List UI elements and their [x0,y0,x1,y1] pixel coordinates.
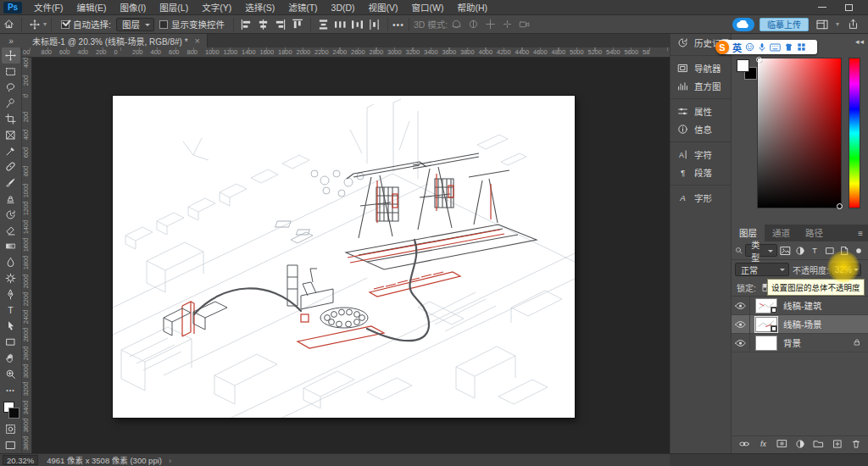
layer-row-selected[interactable]: 线稿-场景 [732,315,868,334]
filter-type-dropdown[interactable]: 类型 [745,244,777,257]
eyedropper-tool[interactable] [2,143,20,159]
color-field-marker[interactable] [756,57,762,63]
move-tool[interactable] [2,47,20,64]
menu-item[interactable]: 文字(Y) [195,0,238,15]
color-panel-swatches[interactable] [737,59,759,81]
opacity-field[interactable]: 32% [831,264,861,276]
hue-slider[interactable] [849,58,860,208]
filter-image-icon[interactable] [780,244,792,258]
menu-item[interactable]: 选择(S) [238,0,281,15]
distribute-center-icon[interactable] [332,17,349,32]
ime-mic-icon[interactable] [758,42,766,53]
tab-paths[interactable]: 路径 [798,224,831,241]
new-group-icon[interactable] [812,437,825,451]
more-options-icon[interactable]: ••• [392,19,404,30]
tab-channels[interactable]: 通道 [765,224,798,241]
document-tab[interactable]: 未标题-1 @ 20.3% (线稿-场景, RGB/8#) * × [22,34,208,47]
horizontal-ruler[interactable]: 0080060040020002004006008001000120014001… [22,47,670,58]
type-tool[interactable]: T [2,302,20,319]
dodge-tool[interactable] [2,270,20,286]
background-color-swatch[interactable] [8,408,19,419]
dock-item-navigator[interactable]: 导航器 [670,59,731,77]
shape-tool[interactable] [2,334,20,350]
close-tab-icon[interactable]: × [195,36,200,46]
quick-mask-icon[interactable] [2,421,20,437]
dock-item-info[interactable]: 信息 [670,120,731,138]
vertical-ruler[interactable]: 4002000200400600800100012001400160018002… [22,58,32,453]
menu-item[interactable]: 视图(V) [362,0,405,15]
zoom-tool[interactable] [2,366,20,382]
quick-select-tool[interactable] [2,95,20,111]
brush-tool[interactable] [2,175,20,191]
menu-item[interactable]: 帮助(H) [451,0,495,15]
foreground-color-swatch[interactable] [737,59,749,72]
link-layers-icon[interactable] [738,437,751,451]
edit-toolbar-icon[interactable]: ••• [2,382,20,398]
layer-thumbnail[interactable] [755,336,777,351]
adjustment-layer-icon[interactable] [794,437,807,451]
chevron-down-icon[interactable]: ▾ [43,20,47,28]
auto-select-dropdown[interactable]: 图层 [116,18,154,31]
dock-item-paragraph[interactable]: ¶ 段落 [670,164,731,181]
menu-item[interactable]: 图层(L) [153,0,195,15]
align-right-icon[interactable] [272,17,289,32]
filter-smart-object-icon[interactable] [838,244,850,258]
align-top-icon[interactable] [289,17,306,32]
marquee-tool[interactable] [2,64,20,80]
move-tool-preset-icon[interactable] [26,17,43,32]
menu-item[interactable]: 3D(D) [325,0,362,15]
align-center-h-icon[interactable] [255,17,272,32]
crop-tool[interactable] [2,111,20,127]
gradient-tool[interactable] [2,239,20,255]
visibility-eye-icon[interactable] [732,315,750,334]
status-chevron-icon[interactable]: › [169,456,171,465]
healing-brush-tool[interactable] [2,159,20,175]
eraser-tool[interactable] [2,223,20,239]
filter-toggle-icon[interactable] [853,244,865,258]
saturation-brightness-field[interactable] [757,58,842,208]
pen-tool[interactable] [2,286,20,302]
ime-skin-icon[interactable] [784,42,793,52]
screen-mode-icon[interactable] [2,437,20,453]
distribute-spacing-icon[interactable] [366,17,383,32]
menu-item[interactable]: 滤镜(T) [281,0,324,15]
menu-item[interactable]: 编辑(E) [70,0,113,15]
layer-style-icon[interactable]: fx [757,437,770,451]
color-swatches[interactable] [3,402,19,420]
add-mask-icon[interactable] [776,437,788,451]
blend-mode-dropdown[interactable]: 正常 [735,263,789,276]
layer-row[interactable]: 背景 [732,334,868,352]
clone-stamp-tool[interactable] [2,191,20,207]
filter-shape-icon[interactable] [823,244,835,258]
dock-item-glyphs[interactable]: A 字形 [670,189,731,207]
menu-item[interactable]: 图像(I) [113,0,153,15]
minimize-icon[interactable] [818,7,826,8]
ime-mode-toggle[interactable]: 英 [732,41,742,54]
frame-tool[interactable] [2,127,20,143]
lasso-tool[interactable] [2,80,20,96]
workspace-icon[interactable] [814,17,831,32]
visibility-eye-icon[interactable] [732,297,750,315]
layer-thumbnail[interactable] [755,317,777,332]
collapse-panels-icon[interactable]: ◂◂ [855,37,865,46]
upload-button[interactable]: 临摹上传 [760,18,809,31]
home-icon[interactable] [0,17,17,32]
toolbar-collapse-icon[interactable]: » [0,34,22,47]
canvas-document[interactable] [113,96,575,418]
ime-keyboard-icon[interactable] [770,43,781,52]
share-icon[interactable] [844,17,861,32]
auto-select-checkbox[interactable] [61,20,70,29]
ime-emoji-icon[interactable] [745,42,754,52]
filter-type-text-icon[interactable]: T [809,244,821,258]
show-transform-checkbox[interactable] [159,20,168,29]
ime-logo-icon[interactable]: S [715,41,729,54]
distribute-h-icon[interactable] [349,17,366,32]
chevron-down-icon[interactable]: ▾ [836,20,839,28]
align-left-icon[interactable] [238,17,255,32]
delete-layer-icon[interactable] [849,437,862,451]
panel-menu-icon[interactable]: ≡ [858,229,863,238]
dock-item-character[interactable]: A 字符 [670,146,731,164]
distribute-v-icon[interactable] [315,17,332,32]
pasteboard[interactable] [32,58,670,453]
ime-toolbox-icon[interactable] [797,42,806,52]
